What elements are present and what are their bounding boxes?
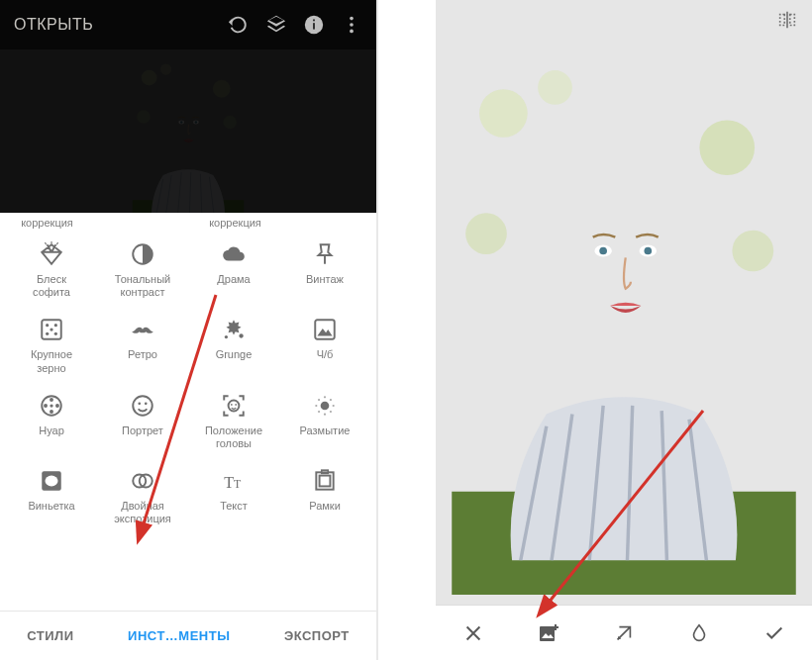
canvas[interactable] <box>436 40 812 605</box>
face-smile-icon <box>130 393 155 419</box>
face-scan-icon <box>221 393 247 419</box>
spacer <box>378 0 436 660</box>
left-editor-preview: ОТКРЫТЬ коррекция коррекция <box>0 0 376 228</box>
open-button[interactable]: ОТКРЫТЬ <box>14 16 212 34</box>
vignette-icon <box>39 468 64 494</box>
apply-button[interactable] <box>761 619 788 647</box>
pin-icon <box>312 241 338 267</box>
blur-icon <box>312 393 338 419</box>
tool-bw[interactable]: Ч/б <box>281 317 368 374</box>
tab-export[interactable]: ЭКСПОРТ <box>284 628 350 643</box>
mountain-icon <box>312 317 338 342</box>
text-icon <box>221 468 247 494</box>
cloud-icon <box>221 241 247 267</box>
right-panel <box>436 0 812 660</box>
tool-label: Ч/б <box>317 348 334 374</box>
tool-label: Текст <box>220 500 248 525</box>
tool-label: Портрет <box>122 424 163 450</box>
tool-label: Крупное зерно <box>31 348 72 374</box>
tool-label: Grunge <box>216 348 253 374</box>
tool-label: Ретро <box>128 348 157 374</box>
tool-vintage[interactable]: Винтаж <box>281 241 368 299</box>
photo-preview-small <box>0 49 376 228</box>
splat-icon <box>221 317 247 342</box>
tool-double-exposure[interactable]: Двойная экспозиция <box>99 468 186 525</box>
tab-tools[interactable]: ИНСТ…МЕНТЫ <box>128 628 230 643</box>
info-icon[interactable] <box>303 14 325 36</box>
photo-main <box>436 45 812 595</box>
tool-noir[interactable]: Нуар <box>8 393 95 450</box>
tool-label: Тональный контраст <box>115 273 170 299</box>
appbar: ОТКРЫТЬ <box>0 0 376 49</box>
tool-grunge[interactable]: Grunge <box>190 317 277 374</box>
mirror-icon[interactable] <box>776 9 798 31</box>
frame-icon <box>312 468 338 494</box>
tool-frames[interactable]: Рамки <box>281 468 368 525</box>
right-topbar <box>436 0 812 40</box>
tool-head-pose[interactable]: Положение головы <box>190 393 277 450</box>
tool-drama[interactable]: Драма <box>190 241 277 299</box>
tool-label: Размытие <box>300 424 351 450</box>
tool-text[interactable]: Текст <box>190 468 277 525</box>
diamond-icon <box>39 241 64 267</box>
mustache-icon <box>130 317 155 342</box>
blend-mode-button[interactable] <box>610 619 638 647</box>
tool-label: Двойная экспозиция <box>114 500 171 525</box>
cancel-button[interactable] <box>459 619 487 647</box>
undo-icon[interactable] <box>228 14 250 36</box>
layers-icon[interactable] <box>265 14 287 36</box>
tool-label: Драма <box>217 273 250 299</box>
cut-off-row: коррекция коррекция <box>0 213 376 230</box>
half-circle-icon <box>130 241 155 267</box>
opacity-button[interactable] <box>685 619 713 647</box>
tool-label: Блеск софита <box>33 273 70 299</box>
reel-icon <box>39 393 64 419</box>
double-exposure-toolbar <box>436 605 812 660</box>
tool-label: Положение головы <box>205 424 262 450</box>
tools-panel: Блеск софита Тональный контраст Драма Ви… <box>0 228 376 611</box>
dice-icon <box>39 317 64 342</box>
more-icon[interactable] <box>341 14 362 36</box>
tool-glamour-glow[interactable]: Блеск софита <box>8 241 95 299</box>
tool-label: Рамки <box>309 500 341 525</box>
tool-vignette[interactable]: Виньетка <box>8 468 95 525</box>
tool-lens-blur[interactable]: Размытие <box>281 393 368 450</box>
bottom-tabs: СТИЛИ ИНСТ…МЕНТЫ ЭКСПОРТ <box>0 611 376 660</box>
tool-label: Нуар <box>39 424 64 450</box>
tool-portrait[interactable]: Портрет <box>99 393 186 450</box>
tool-label: Винтаж <box>306 273 344 299</box>
double-circle-icon <box>130 468 155 494</box>
tool-grainy-film[interactable]: Крупное зерно <box>8 317 95 374</box>
tab-styles[interactable]: СТИЛИ <box>27 628 73 643</box>
left-panel: ОТКРЫТЬ коррекция коррекция Блеск софита… <box>0 0 376 660</box>
add-image-button[interactable] <box>535 619 562 647</box>
tool-label: Виньетка <box>28 500 74 525</box>
tool-retrolux[interactable]: Ретро <box>99 317 186 374</box>
tool-tonal-contrast[interactable]: Тональный контраст <box>99 241 186 299</box>
